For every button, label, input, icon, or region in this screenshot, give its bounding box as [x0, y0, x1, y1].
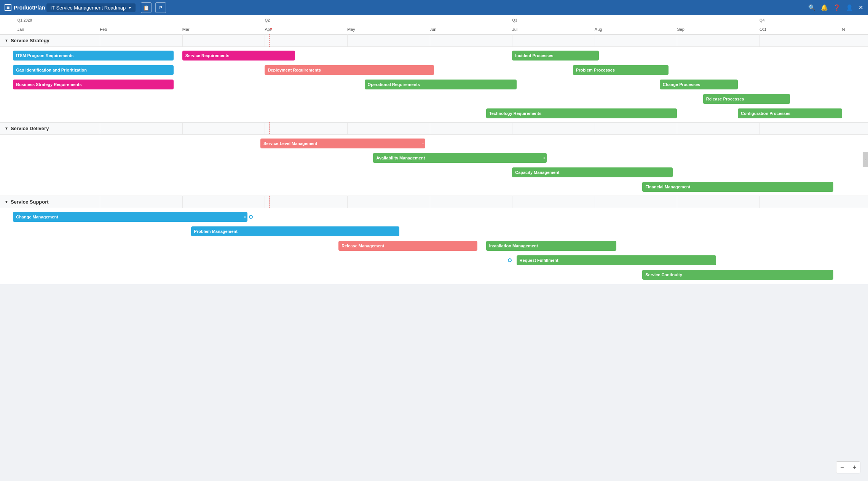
bookmark-button[interactable]: P — [155, 2, 166, 13]
bar-tech-req[interactable]: Technology Requirements — [486, 108, 677, 118]
delivery-row-4: Financial Management — [0, 180, 868, 194]
navbar: ☰ ProductPlan IT Service Management Road… — [0, 0, 868, 15]
section-service-delivery: ▼ Service Delivery Service-Level Managem… — [0, 122, 868, 196]
bar-cap-mgmt[interactable]: Capacity Management — [512, 167, 673, 177]
collapse-support-icon: ▼ — [5, 200, 8, 204]
month-jan: Jan — [18, 27, 24, 32]
bar-rel-mgmt[interactable]: Release Management — [338, 241, 477, 251]
collapse-delivery-icon: ▼ — [5, 126, 8, 131]
bar-itsm-program[interactable]: ITSM Program Requirements — [13, 51, 174, 61]
section-delivery-label: Service Delivery — [11, 126, 49, 131]
month-nov: N — [842, 27, 845, 32]
support-row-3: Release Management Installation Manageme… — [0, 239, 868, 253]
bar-fin-mgmt[interactable]: Financial Management — [642, 182, 833, 192]
app-container: ☰ ProductPlan IT Service Management Road… — [0, 0, 868, 284]
brand[interactable]: ☰ ProductPlan — [5, 4, 45, 11]
toolbar: 📋 P — [141, 2, 166, 13]
month-mar: Mar — [182, 27, 190, 32]
delivery-row-3: Capacity Management — [0, 165, 868, 180]
month-may: May — [347, 27, 355, 32]
dropdown-arrow-icon: ▼ — [128, 6, 132, 10]
bar-problem-proc[interactable]: Problem Processes — [573, 65, 669, 75]
section-strategy-label: Service Strategy — [11, 38, 49, 43]
timeline-header: Q1 2020 Q2 Q3 Q4 Jan Feb Mar Apr May Jun… — [0, 15, 868, 34]
bar-config-proc[interactable]: Configuration Processes — [738, 108, 842, 118]
section-strategy-body: ITSM Program Requirements Service Requir… — [0, 47, 868, 122]
month-feb: Feb — [100, 27, 107, 32]
section-support-header[interactable]: ▼ Service Support — [0, 196, 868, 208]
quarter-q1: Q1 2020 — [18, 18, 32, 22]
month-aug: Aug — [595, 27, 602, 32]
main-content: Q1 2020 Q2 Q3 Q4 Jan Feb Mar Apr May Jun… — [0, 15, 868, 284]
copy-button[interactable]: 📋 — [141, 2, 152, 13]
bar-gap-id[interactable]: Gap Identification and Prioritization — [13, 65, 174, 75]
bar-biz-strat[interactable]: Business Strategy Requirements — [13, 80, 174, 89]
bar-svc-cont[interactable]: Service Continuity — [642, 270, 833, 280]
strategy-row-5: Technology Requirements Configuration Pr… — [0, 106, 868, 121]
bar-service-req[interactable]: Service Requirements — [182, 51, 295, 61]
month-jun: Jun — [430, 27, 437, 32]
help-icon[interactable]: ❓ — [833, 4, 841, 11]
support-row-4: Request Fulfillment — [0, 253, 868, 268]
bar-incident-proc[interactable]: Incident Processes — [512, 51, 599, 61]
section-support-label: Service Support — [11, 199, 49, 205]
bar-slm[interactable]: Service-Level Management ≡ — [260, 139, 425, 148]
section-service-support: ▼ Service Support Change Management ≡ — [0, 196, 868, 284]
title-text: IT Service Management Roadmap — [50, 5, 126, 11]
milestone-change-mgmt — [249, 215, 253, 219]
section-delivery-header[interactable]: ▼ Service Delivery — [0, 123, 868, 135]
month-sep: Sep — [677, 27, 685, 32]
support-row-2: Problem Management — [0, 224, 868, 239]
bar-deploy-req[interactable]: Deployment Requirements — [265, 65, 434, 75]
drag-handle-slm: ≡ — [422, 142, 424, 145]
brand-icon: ☰ — [5, 4, 11, 11]
bell-icon[interactable]: 🔔 — [821, 4, 828, 11]
brand-label: ProductPlan — [14, 5, 45, 11]
delivery-row-1: Service-Level Management ≡ — [0, 136, 868, 151]
section-delivery-body: Service-Level Management ≡ Availability … — [0, 135, 868, 196]
section-service-strategy: ▼ Service Strategy ITSM Program Requirem… — [0, 34, 868, 122]
scroll-tab[interactable]: ‹ — [863, 152, 868, 167]
quarter-q2: Q2 — [265, 18, 270, 22]
today-marker-arrow: ▼ — [269, 27, 273, 31]
close-icon[interactable]: ✕ — [858, 4, 863, 11]
section-strategy-header[interactable]: ▼ Service Strategy — [0, 35, 868, 47]
bar-release-proc[interactable]: Release Processes — [703, 94, 790, 104]
strategy-row-2: Gap Identification and Prioritization De… — [0, 63, 868, 77]
collapse-strategy-icon: ▼ — [5, 38, 8, 43]
quarter-q3: Q3 — [512, 18, 517, 22]
user-icon[interactable]: 👤 — [846, 4, 853, 11]
bar-req-fulfill[interactable]: Request Fulfillment — [517, 255, 716, 265]
drag-handle-avail: ≡ — [543, 156, 545, 160]
section-support-body: Change Management ≡ Problem Management — [0, 208, 868, 284]
strategy-row-3: Business Strategy Requirements Operation… — [0, 77, 868, 92]
drag-handle-change: ≡ — [244, 215, 246, 219]
support-row-1: Change Management ≡ — [0, 210, 868, 224]
milestone-req-fulfill — [508, 258, 512, 262]
bar-change-mgmt[interactable]: Change Management ≡ — [13, 212, 247, 222]
delivery-row-2: Availability Management ≡ — [0, 151, 868, 165]
roadmap-body: ▼ Service Strategy ITSM Program Requirem… — [0, 34, 868, 284]
bar-change-proc[interactable]: Change Processes — [660, 80, 738, 89]
strategy-row-1: ITSM Program Requirements Service Requir… — [0, 48, 868, 63]
support-row-5: Service Continuity — [0, 268, 868, 282]
bar-install-mgmt[interactable]: Installation Management — [486, 241, 616, 251]
quarter-q4: Q4 — [760, 18, 764, 22]
bar-op-req[interactable]: Operational Requirements — [365, 80, 517, 89]
roadmap-title[interactable]: IT Service Management Roadmap ▼ — [46, 3, 136, 12]
nav-icons: 🔍 🔔 ❓ 👤 ✕ — [808, 4, 863, 11]
bar-avail-mgmt[interactable]: Availability Management ≡ — [373, 153, 547, 163]
month-jul: Jul — [512, 27, 517, 32]
bar-prob-mgmt[interactable]: Problem Management — [191, 226, 399, 236]
search-icon[interactable]: 🔍 — [808, 4, 815, 11]
strategy-row-4: Release Processes — [0, 92, 868, 106]
month-oct: Oct — [760, 27, 766, 32]
